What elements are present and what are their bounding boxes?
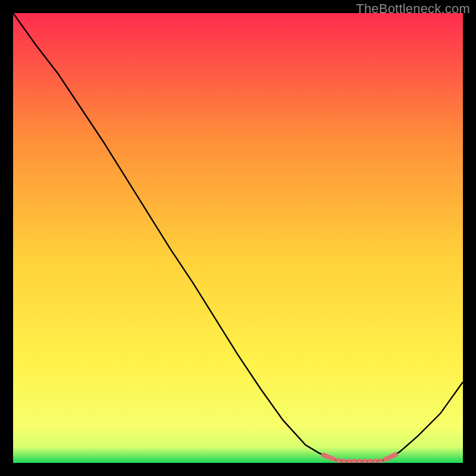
bottleneck-chart — [13, 13, 463, 463]
chart-canvas — [13, 13, 463, 463]
attribution-text: TheBottleneck.com — [356, 1, 470, 17]
svg-point-0 — [331, 456, 336, 461]
gradient-background — [13, 13, 463, 463]
svg-point-1 — [336, 458, 341, 463]
svg-point-10 — [383, 457, 388, 462]
